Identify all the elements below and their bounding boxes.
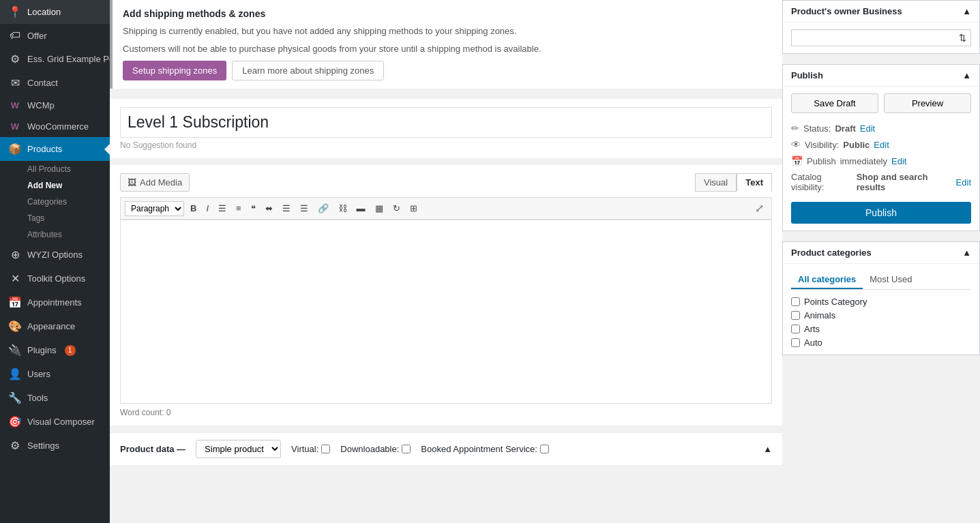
sidebar-subitem-all-products[interactable]: All Products (0, 161, 110, 177)
sidebar-item-appointments[interactable]: 📅 Appointments (0, 290, 110, 314)
publish-action-row: Save Draft Preview (791, 93, 971, 113)
preview-button[interactable]: Preview (884, 93, 971, 113)
status-edit-link[interactable]: Edit (860, 123, 875, 134)
word-count: Word count: 0 (120, 408, 170, 417)
editor-content[interactable] (120, 220, 772, 404)
sidebar-item-label-tools: Tools (27, 393, 48, 403)
categories-meta-box-header[interactable]: Product categories ▲ (783, 242, 979, 264)
editor-section: 🖼 Add Media Visual Text Paragraph B I ☰ (110, 165, 782, 425)
grid-button[interactable]: ⊞ (406, 202, 421, 215)
offer-icon: 🏷 (8, 29, 22, 42)
align-center-button[interactable]: ☰ (279, 202, 294, 215)
plugins-icon: 🔌 (8, 344, 22, 357)
cat-checkbox-auto[interactable] (791, 338, 800, 347)
sidebar-item-wcmp[interactable]: W WCMp (0, 95, 110, 116)
sidebar-subitem-add-new[interactable]: Add New (0, 177, 110, 194)
align-left-button[interactable]: ⬌ (262, 202, 276, 215)
sidebar-item-contact[interactable]: ✉ Contact (0, 71, 110, 95)
tab-visual[interactable]: Visual (695, 173, 737, 192)
publish-button[interactable]: Publish (791, 202, 971, 224)
unordered-list-button[interactable]: ☰ (215, 202, 230, 215)
wcmp-icon: W (8, 100, 22, 110)
sidebar-subitem-tags[interactable]: Tags (0, 210, 110, 226)
save-draft-button[interactable]: Save Draft (791, 93, 878, 113)
downloadable-checkbox[interactable] (402, 445, 411, 453)
sidebar-item-offer[interactable]: 🏷 Offer (0, 24, 110, 47)
table-button[interactable]: ▦ (372, 202, 387, 215)
align-right-button[interactable]: ☰ (297, 202, 312, 215)
learn-more-shipping-button[interactable]: Learn more about shipping zones (232, 61, 384, 80)
insert-more-button[interactable]: ▬ (353, 202, 369, 215)
status-row: ✏ Status: Draft Edit (791, 120, 971, 136)
sidebar-item-settings[interactable]: ⚙ Settings (0, 434, 110, 458)
sidebar-item-toolkit-options[interactable]: ✕ Toolkit Options (0, 267, 110, 290)
owner-meta-box-header[interactable]: Product's owner Business ▲ (783, 1, 979, 23)
refresh-button[interactable]: ↻ (389, 202, 404, 215)
publish-date-value: immediately (840, 156, 887, 166)
product-title-input[interactable] (120, 107, 772, 138)
fullscreen-button[interactable]: ⤢ (752, 200, 767, 216)
setup-shipping-zones-button[interactable]: Setup shipping zones (123, 61, 226, 80)
toolkit-icon: ✕ (8, 272, 22, 285)
sidebar-subitem-categories[interactable]: Categories (0, 194, 110, 210)
sidebar-item-tools[interactable]: 🔧 Tools (0, 386, 110, 410)
add-media-button[interactable]: 🖼 Add Media (120, 173, 190, 192)
virtual-checkbox[interactable] (321, 445, 330, 453)
visibility-edit-link[interactable]: Edit (874, 140, 889, 150)
publish-meta-box-header[interactable]: Publish ▲ (783, 65, 979, 87)
booked-check-container: Booked Appointment Service: (421, 444, 549, 454)
sidebar-item-woocommerce[interactable]: W WooCommerce (0, 116, 110, 137)
blockquote-button[interactable]: ❝ (248, 202, 259, 215)
sidebar-item-appearance[interactable]: 🎨 Appearance (0, 314, 110, 338)
product-data-label: Product data — (120, 444, 185, 454)
owner-meta-box-title: Product's owner Business (791, 6, 902, 16)
sidebar-subitem-attributes[interactable]: Attributes (0, 226, 110, 243)
product-data-collapse-button[interactable]: ▲ (763, 444, 772, 454)
sidebar-item-plugins[interactable]: 🔌 Plugins 1 (0, 338, 110, 362)
shipping-notice: Add shipping methods & zones Shipping is… (110, 0, 782, 89)
cat-checkbox-animals[interactable] (791, 311, 800, 320)
sidebar-item-label-location: Location (27, 7, 61, 17)
tab-text[interactable]: Text (737, 173, 772, 192)
categories-meta-box-content: All categories Most Used Points Category… (783, 264, 979, 355)
main-content: Add shipping methods & zones Shipping is… (110, 0, 980, 523)
owner-select-arrows: ⇅ (959, 33, 966, 43)
sidebar-item-wyzi-options[interactable]: ⊕ WYZI Options (0, 243, 110, 267)
owner-select[interactable]: ⇅ (791, 29, 971, 46)
visibility-icon: 👁 (791, 139, 801, 150)
cat-item-animals: Animals (791, 310, 971, 320)
sidebar-item-label-plugins: Plugins (27, 345, 57, 355)
sidebar-item-visual-composer[interactable]: 🎯 Visual Composer (0, 410, 110, 434)
catalog-visibility-row: Catalog visibility: Shop and search resu… (791, 169, 971, 195)
sidebar-item-products[interactable]: 📦 Products (0, 137, 110, 161)
cat-checkbox-arts[interactable] (791, 325, 800, 333)
sidebar-item-label-ess-grid: Ess. Grid Example Posts (27, 54, 110, 64)
publish-meta-box-title: Publish (791, 70, 823, 80)
ordered-list-button[interactable]: ≡ (233, 202, 245, 215)
cat-checkbox-points[interactable] (791, 297, 800, 306)
tab-most-used[interactable]: Most Used (863, 271, 919, 289)
italic-button[interactable]: I (203, 202, 212, 215)
tab-all-categories[interactable]: All categories (791, 271, 863, 289)
editor-footer: Word count: 0 (120, 408, 772, 417)
sidebar-item-label-wcmp: WCMp (27, 100, 55, 110)
sidebar-subitem-label-categories: Categories (27, 197, 67, 207)
cat-item-points: Points Category (791, 297, 971, 307)
link-button[interactable]: 🔗 (314, 202, 332, 215)
catalog-edit-link[interactable]: Edit (956, 177, 971, 188)
sidebar-item-users[interactable]: 👤 Users (0, 362, 110, 386)
unlink-button[interactable]: ⛓ (335, 202, 351, 215)
add-media-icon: 🖼 (128, 177, 136, 188)
product-type-select[interactable]: Simple product (196, 440, 281, 458)
sidebar-item-location[interactable]: 📍 Location (0, 0, 110, 24)
no-suggestion-text: No Suggestion found (120, 140, 772, 150)
paragraph-select[interactable]: Paragraph (125, 201, 184, 216)
downloadable-label: Downloadable: (340, 444, 399, 454)
bold-button[interactable]: B (187, 202, 200, 215)
wyzi-icon: ⊕ (8, 248, 22, 261)
booked-checkbox[interactable] (540, 445, 549, 453)
publish-date-edit-link[interactable]: Edit (891, 156, 906, 166)
visibility-label: Visibility: (805, 140, 839, 150)
contact-icon: ✉ (8, 76, 22, 89)
sidebar-item-ess-grid[interactable]: ⚙ Ess. Grid Example Posts (0, 47, 110, 71)
